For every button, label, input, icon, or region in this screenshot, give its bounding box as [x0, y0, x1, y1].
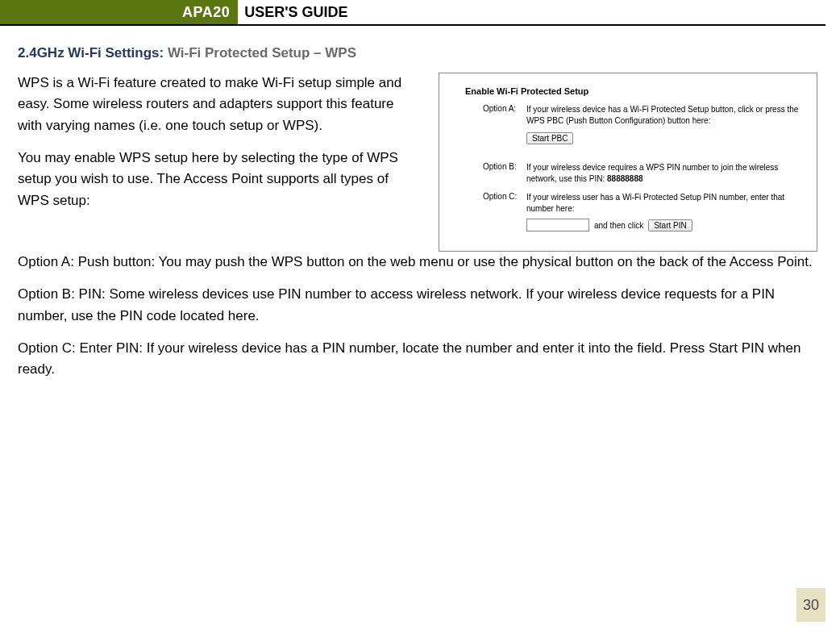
option-c-text: If your wireless user has a Wi-Fi Protec… [526, 192, 809, 214]
header-accent-bar [0, 0, 177, 24]
wps-settings-panel: Enable Wi-Fi Protected Setup Option A: I… [439, 73, 817, 252]
body-option-b: Option B: PIN: Some wireless devices use… [18, 284, 819, 327]
intro-paragraph-1: WPS is a Wi-Fi feature created to make W… [18, 73, 421, 136]
section-heading-sub: Wi-Fi Protected Setup – WPS [168, 45, 356, 60]
panel-option-b: Option B: If your wireless device requir… [447, 162, 809, 184]
page-number: 30 [796, 588, 825, 622]
intro-paragraph-2: You may enable WPS setup here by selecti… [18, 148, 421, 211]
section-heading: 2.4GHz Wi-Fi Settings: Wi-Fi Protected S… [18, 45, 819, 61]
body-option-c: Option C: Enter PIN: If your wireless de… [18, 338, 819, 381]
intro-row: WPS is a Wi-Fi feature created to make W… [18, 73, 819, 252]
option-a-label: Option A: [483, 104, 526, 126]
start-pin-button[interactable]: Start PIN [648, 219, 692, 231]
intro-text-column: WPS is a Wi-Fi feature created to make W… [18, 73, 421, 223]
option-b-pin: 88888888 [607, 174, 643, 183]
option-b-text: If your wireless device requires a WPS P… [526, 162, 809, 184]
panel-option-c: Option C: If your wireless user has a Wi… [447, 192, 809, 231]
option-c-input-row: and then click Start PIN [526, 219, 809, 231]
body-option-a: Option A: Push button: You may push the … [18, 252, 819, 273]
panel-title: Enable Wi-Fi Protected Setup [465, 86, 809, 96]
page-content: 2.4GHz Wi-Fi Settings: Wi-Fi Protected S… [0, 26, 840, 381]
option-b-label: Option B: [483, 162, 526, 184]
option-b-text-pre: If your wireless device requires a WPS P… [526, 163, 778, 183]
option-c-label: Option C: [483, 192, 526, 214]
section-heading-bold: 2.4GHz Wi-Fi Settings: [18, 45, 168, 60]
product-badge: APA20 [177, 0, 238, 24]
option-a-text: If your wireless device has a Wi-Fi Prot… [526, 104, 809, 126]
pin-input[interactable] [526, 219, 589, 231]
and-then-click-label: and then click [594, 221, 643, 230]
start-pbc-button[interactable]: Start PBC [526, 132, 573, 144]
document-title: USER'S GUIDE [238, 0, 347, 24]
panel-option-a: Option A: If your wireless device has a … [447, 104, 809, 154]
page-header: APA20 USER'S GUIDE [0, 0, 825, 26]
